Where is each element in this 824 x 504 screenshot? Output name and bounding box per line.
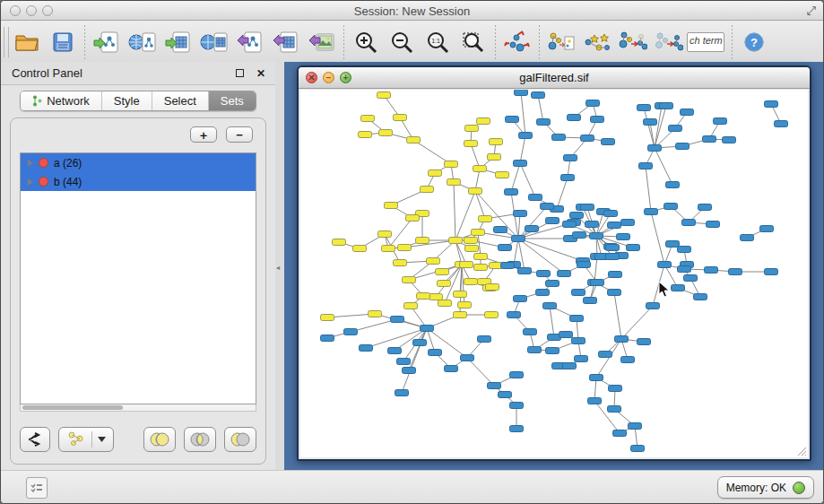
set-label: b (44) [54, 176, 82, 188]
tab-label: Select [164, 94, 196, 108]
network-canvas[interactable] [300, 90, 808, 457]
task-list-icon [30, 482, 43, 493]
tab-select[interactable]: Select [152, 91, 209, 110]
zoom-actual-size-button[interactable]: 1:1 [420, 25, 455, 59]
fullscreen-icon[interactable]: ⤢ [807, 4, 816, 18]
import-table-file-button[interactable] [160, 25, 196, 59]
search-input[interactable]: ch term [687, 32, 724, 52]
export-network-button[interactable] [232, 25, 268, 59]
frame-close-icon[interactable]: ✕ [306, 72, 317, 83]
export-table-button[interactable] [268, 25, 304, 59]
expander-icon[interactable] [28, 178, 33, 186]
split-set-button[interactable] [20, 427, 50, 452]
set-color-icon [39, 158, 48, 168]
tab-label: Style [114, 94, 140, 108]
split-arrows-icon [27, 432, 43, 447]
list-item-set-a[interactable]: a (26) [21, 153, 256, 172]
zoom-out-button[interactable] [384, 25, 420, 59]
memory-status-button[interactable]: Memory: OK [717, 476, 814, 499]
toolbar-separator [84, 25, 85, 59]
control-panel-title: Control Panel [12, 66, 232, 80]
resize-grip-icon[interactable] [795, 445, 807, 456]
list-item-set-b[interactable]: b (44) [21, 172, 256, 191]
collapse-splitter-icon[interactable]: ◂ [276, 264, 282, 273]
tab-style[interactable]: Style [102, 91, 152, 110]
network-desktop: ✕ − + galFiltered.sif [284, 62, 823, 470]
zoom-in-button[interactable] [348, 25, 384, 59]
control-panel-header: Control Panel ✕ [1, 62, 275, 85]
status-bar: Memory: OK [1, 470, 823, 503]
new-network-from-selection-button[interactable] [543, 25, 579, 59]
union-icon [149, 432, 170, 447]
expander-icon[interactable] [28, 160, 33, 167]
import-table-web-button[interactable] [196, 25, 232, 59]
tab-label: Network [47, 94, 90, 108]
memory-label: Memory: OK [726, 482, 786, 494]
panel-splitter[interactable]: ◂ [275, 62, 284, 470]
remove-set-button[interactable]: − [226, 126, 253, 143]
toolbar-separator [495, 25, 496, 59]
control-panel-tabs: Network Style Select Sets [1, 91, 275, 111]
svg-text:1:1: 1:1 [431, 38, 440, 44]
control-panel: Control Panel ✕ Network Style Select Set… [1, 62, 275, 470]
frame-maximize-icon[interactable]: + [340, 72, 351, 83]
set-label: a (26) [54, 157, 82, 169]
export-image-button[interactable] [304, 25, 340, 59]
app-window: Session: New Session ⤢ [0, 0, 824, 504]
frame-title-bar[interactable]: ✕ − + galFiltered.sif [299, 67, 810, 89]
svg-text:?: ? [750, 36, 758, 49]
close-panel-icon[interactable]: ✕ [254, 66, 268, 81]
open-file-button[interactable] [9, 25, 45, 59]
import-network-file-button[interactable] [89, 25, 125, 59]
network-icon [32, 95, 42, 107]
intersection-icon [189, 432, 211, 447]
intersection-button[interactable] [184, 427, 216, 452]
window-title: Session: New Session [1, 4, 823, 18]
network-frame[interactable]: ✕ − + galFiltered.sif [297, 65, 811, 461]
network-graph[interactable] [300, 90, 808, 457]
difference-button[interactable] [224, 427, 256, 452]
union-button[interactable] [143, 427, 176, 452]
apply-layout-button[interactable] [499, 25, 535, 59]
title-bar: Session: New Session ⤢ [1, 1, 823, 21]
toolbar-separator [539, 25, 540, 59]
tab-sets[interactable]: Sets [209, 91, 256, 110]
select-first-neighbors-button[interactable] [579, 25, 615, 59]
sets-toolbar [20, 426, 256, 453]
horizontal-scrollbar[interactable] [20, 404, 256, 412]
hide-selected-nodes-button[interactable] [651, 25, 687, 59]
add-set-button[interactable]: ＋ [190, 126, 217, 143]
sets-panel: ＋ − a (26) b (44) [10, 117, 266, 465]
new-network-selected-nodes-button[interactable] [615, 25, 651, 59]
toolbar-separator [343, 25, 344, 59]
memory-ok-led-icon [793, 482, 805, 494]
create-set-from-network-button[interactable] [58, 427, 114, 452]
tab-network[interactable]: Network [21, 91, 102, 110]
import-network-web-button[interactable] [125, 25, 160, 59]
scrollbar-thumb[interactable] [22, 405, 123, 410]
main-toolbar: 1:1 ch term ? [1, 22, 823, 62]
help-button[interactable]: ? [736, 25, 772, 59]
sets-list[interactable]: a (26) b (44) [20, 152, 256, 404]
set-color-icon [39, 177, 48, 187]
yellow-network-icon [66, 431, 86, 448]
toolbar-separator [732, 25, 733, 59]
main-content: Control Panel ✕ Network Style Select Set… [1, 62, 823, 470]
task-history-button[interactable] [26, 477, 48, 499]
tab-label: Sets [221, 94, 244, 108]
zoom-selected-button[interactable] [455, 25, 491, 59]
save-session-button[interactable] [45, 25, 81, 59]
button-divider [91, 431, 92, 448]
difference-icon [230, 432, 251, 447]
frame-title: galFiltered.sif [519, 71, 588, 84]
chevron-down-icon [98, 437, 106, 442]
float-panel-icon[interactable] [232, 66, 247, 81]
frame-minimize-icon[interactable]: − [323, 72, 334, 83]
